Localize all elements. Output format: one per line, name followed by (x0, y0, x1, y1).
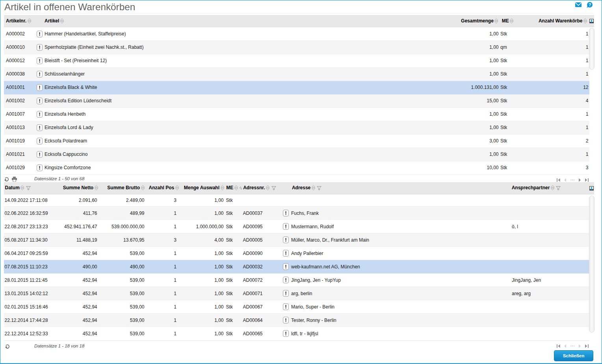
svg-text:?: ? (589, 2, 591, 7)
